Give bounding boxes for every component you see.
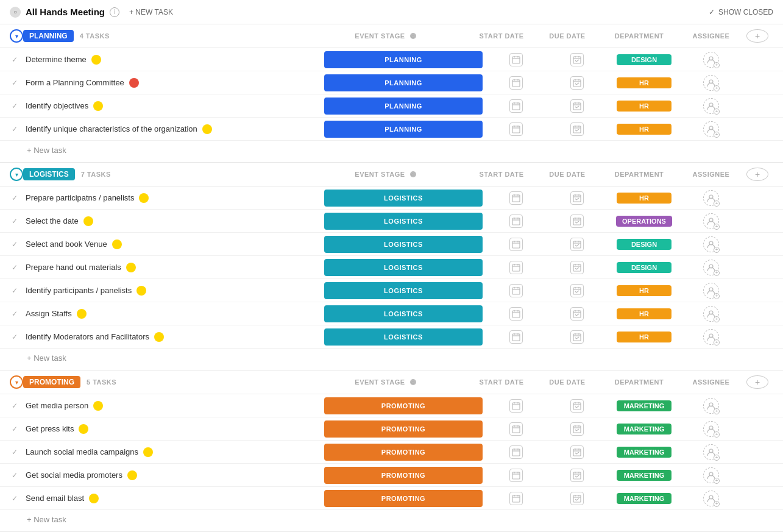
due-date-picker[interactable] (570, 330, 584, 344)
department-badge[interactable]: HR (617, 285, 671, 296)
department-badge[interactable]: MARKETING (617, 470, 671, 481)
stage-pill[interactable]: PLANNING (324, 51, 483, 68)
due-date-picker[interactable] (570, 422, 584, 436)
task-status-dot[interactable] (91, 55, 101, 65)
stage-pill[interactable]: PROMOTING (324, 397, 483, 414)
stage-pill[interactable]: LOGISTICS (324, 282, 483, 299)
assignee-picker[interactable]: + (703, 213, 719, 229)
section-collapse-logistics[interactable]: ▾ (10, 168, 23, 181)
task-status-dot[interactable] (139, 193, 149, 203)
task-status-dot[interactable] (143, 447, 153, 457)
due-date-picker[interactable] (570, 445, 584, 459)
assignee-picker[interactable]: + (703, 75, 719, 91)
stage-pill[interactable]: LOGISTICS (324, 259, 483, 276)
department-badge[interactable]: HR (617, 332, 671, 342)
stage-pill[interactable]: PROMOTING (324, 490, 483, 507)
assignee-picker[interactable]: + (703, 398, 719, 414)
due-date-picker[interactable] (570, 76, 584, 90)
task-status-dot[interactable] (79, 424, 88, 434)
task-status-dot[interactable] (129, 78, 139, 88)
section-collapse-promoting[interactable]: ▾ (10, 375, 23, 389)
start-date-picker[interactable] (509, 215, 523, 228)
due-date-picker[interactable] (570, 399, 584, 413)
department-badge[interactable]: HR (617, 77, 671, 88)
task-checkbox[interactable]: ✓ (10, 263, 19, 272)
assignee-picker[interactable]: + (703, 52, 719, 68)
assignee-picker[interactable]: + (703, 467, 719, 483)
department-badge[interactable]: HR (617, 101, 671, 112)
task-checkbox[interactable]: ✓ (10, 55, 19, 65)
assignee-picker[interactable]: + (703, 306, 719, 322)
stage-pill[interactable]: PROMOTING (324, 420, 483, 438)
due-date-picker[interactable] (570, 191, 584, 205)
start-date-picker[interactable] (509, 261, 523, 274)
assignee-picker[interactable]: + (703, 236, 719, 252)
due-date-picker[interactable] (570, 99, 584, 113)
start-date-picker[interactable] (509, 122, 523, 136)
due-date-picker[interactable] (570, 238, 584, 251)
department-badge[interactable]: HR (617, 308, 671, 319)
department-badge[interactable]: MARKETING (617, 493, 671, 504)
start-date-picker[interactable] (509, 422, 523, 436)
stage-pill[interactable]: PLANNING (324, 98, 483, 115)
assignee-picker[interactable]: + (703, 98, 719, 114)
task-status-dot[interactable] (136, 286, 146, 296)
task-checkbox[interactable]: ✓ (10, 78, 19, 88)
stage-pill[interactable]: LOGISTICS (324, 328, 483, 346)
start-date-picker[interactable] (509, 284, 523, 297)
stage-pill[interactable]: PROMOTING (324, 467, 483, 484)
add-column-button-planning[interactable]: + (746, 29, 768, 43)
start-date-picker[interactable] (509, 76, 523, 90)
task-status-dot[interactable] (83, 216, 93, 226)
task-status-dot[interactable] (112, 239, 122, 249)
task-checkbox[interactable]: ✓ (10, 401, 19, 411)
due-date-picker[interactable] (570, 284, 584, 297)
assignee-picker[interactable]: + (703, 121, 719, 137)
add-column-button-logistics[interactable]: + (746, 168, 768, 181)
show-closed-toggle[interactable]: ✓ SHOW CLOSED (709, 8, 773, 16)
task-checkbox[interactable]: ✓ (10, 447, 19, 457)
task-status-dot[interactable] (126, 263, 136, 272)
start-date-picker[interactable] (509, 399, 523, 413)
task-checkbox[interactable]: ✓ (10, 193, 19, 203)
stage-pill[interactable]: PLANNING (324, 74, 483, 91)
start-date-picker[interactable] (509, 492, 523, 505)
start-date-picker[interactable] (509, 191, 523, 205)
stage-pill[interactable]: PLANNING (324, 121, 483, 138)
due-date-picker[interactable] (570, 307, 584, 321)
new-task-button[interactable]: + NEW TASK (124, 7, 178, 18)
assignee-picker[interactable]: + (703, 260, 719, 275)
task-status-dot[interactable] (89, 494, 99, 503)
start-date-picker[interactable] (509, 469, 523, 482)
task-status-dot[interactable] (77, 309, 87, 319)
stage-pill[interactable]: LOGISTICS (324, 213, 483, 230)
stage-pill[interactable]: LOGISTICS (324, 236, 483, 253)
task-checkbox[interactable]: ✓ (10, 309, 19, 319)
info-icon[interactable]: i (110, 7, 119, 17)
start-date-picker[interactable] (509, 330, 523, 344)
stage-pill[interactable]: PROMOTING (324, 444, 483, 461)
task-status-dot[interactable] (154, 332, 164, 342)
department-badge[interactable]: OPERATIONS (616, 216, 672, 227)
task-status-dot[interactable] (93, 401, 103, 411)
new-task-row-logistics[interactable]: + New task (0, 349, 783, 371)
start-date-picker[interactable] (509, 99, 523, 113)
assignee-picker[interactable]: + (703, 190, 719, 206)
task-checkbox[interactable]: ✓ (10, 332, 19, 342)
new-task-row-planning[interactable]: + New task (0, 141, 783, 163)
department-badge[interactable]: DESIGN (617, 239, 671, 250)
due-date-picker[interactable] (570, 492, 584, 505)
task-checkbox[interactable]: ✓ (10, 286, 19, 296)
department-badge[interactable]: DESIGN (617, 54, 671, 65)
task-checkbox[interactable]: ✓ (10, 101, 19, 111)
section-collapse-planning[interactable]: ▾ (10, 29, 23, 43)
assignee-picker[interactable]: + (703, 329, 719, 345)
start-date-picker[interactable] (509, 53, 523, 66)
department-badge[interactable]: MARKETING (617, 424, 671, 434)
department-badge[interactable]: HR (617, 193, 671, 204)
assignee-picker[interactable]: + (703, 444, 719, 460)
task-checkbox[interactable]: ✓ (10, 216, 19, 226)
department-badge[interactable]: DESIGN (617, 262, 671, 273)
task-status-dot[interactable] (202, 124, 212, 134)
due-date-picker[interactable] (570, 53, 584, 66)
